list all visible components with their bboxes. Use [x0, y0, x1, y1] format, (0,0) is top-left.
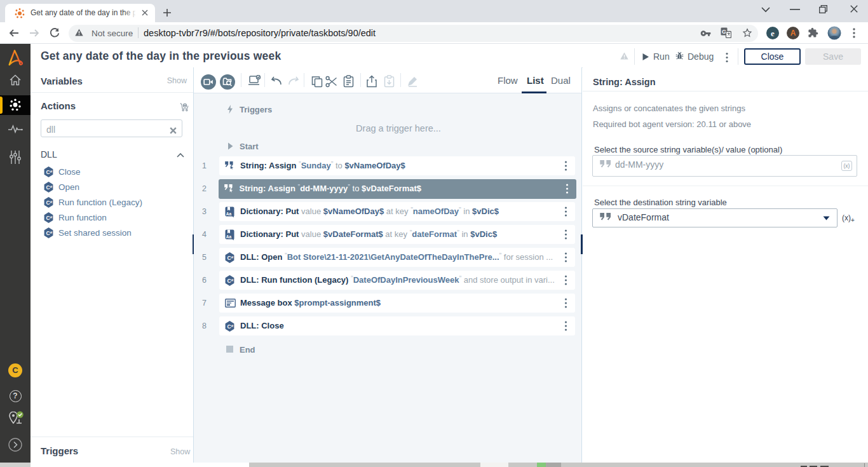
svg-text:e: e — [771, 29, 775, 38]
svg-text:A: A — [790, 29, 796, 37]
svg-text:Aa: Aa — [226, 212, 232, 216]
svg-text:Aa: Aa — [226, 234, 232, 239]
